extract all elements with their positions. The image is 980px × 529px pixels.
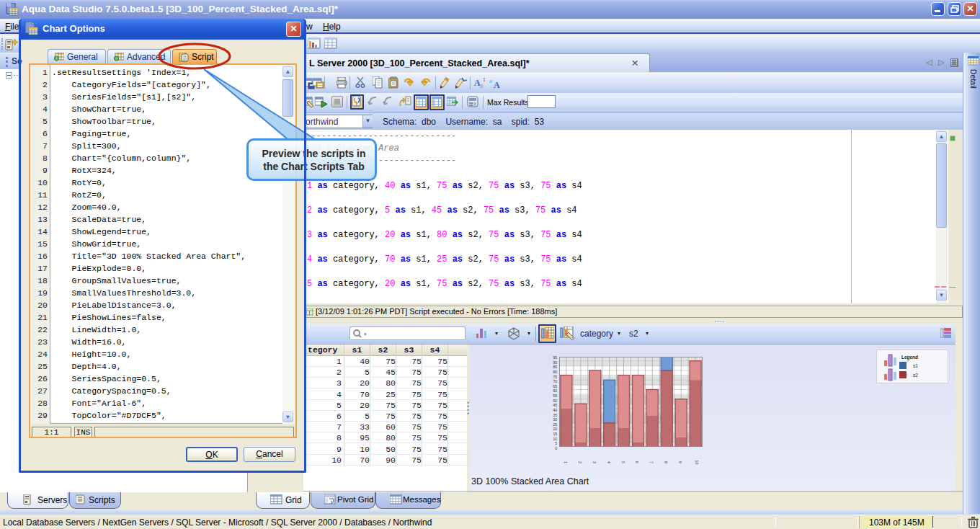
svg-text:a: a: [480, 81, 484, 89]
svg-text:a: a: [489, 77, 492, 84]
svg-text:A: A: [494, 80, 500, 89]
